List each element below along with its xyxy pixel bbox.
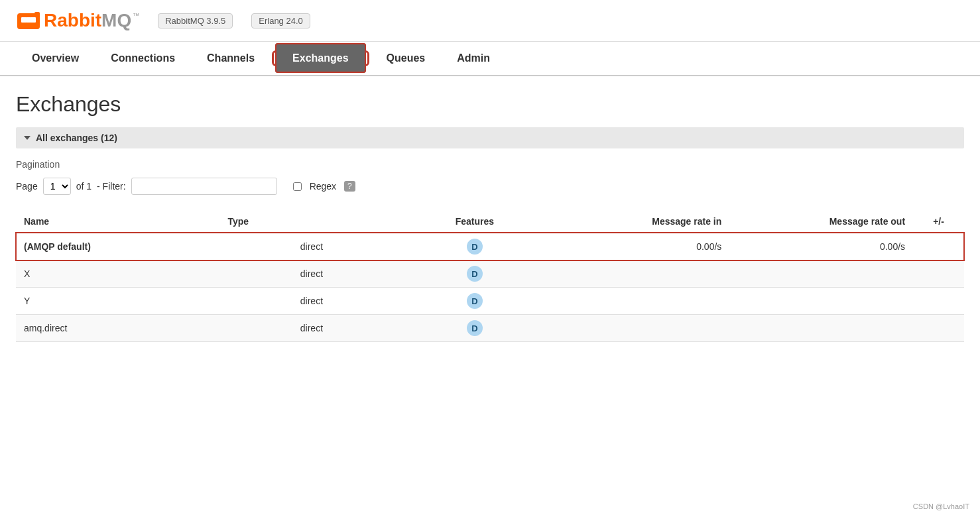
of-label: of 1 xyxy=(76,181,92,192)
table-row[interactable]: XdirectD xyxy=(16,260,964,288)
regex-checkbox[interactable] xyxy=(293,182,302,191)
header: RabbitMQ™ RabbitMQ 3.9.5 Erlang 24.0 xyxy=(0,0,980,42)
cell-rate-in xyxy=(546,288,730,315)
table-row[interactable]: (AMQP default)directD0.00/s0.00/s xyxy=(16,233,964,260)
nav-item-connections[interactable]: Connections xyxy=(95,42,191,75)
svg-rect-2 xyxy=(31,17,36,23)
logo-tm-text: ™ xyxy=(133,12,139,19)
erlang-version-badge: Erlang 24.0 xyxy=(251,13,310,29)
rabbitmq-logo-icon xyxy=(16,8,41,33)
nav-item-channels[interactable]: Channels xyxy=(191,42,271,75)
regex-label: Regex xyxy=(310,181,336,192)
cell-features: D xyxy=(403,315,546,342)
page-select[interactable]: 1 xyxy=(43,178,71,195)
cell-name: (AMQP default) xyxy=(16,233,220,260)
table-row[interactable]: YdirectD xyxy=(16,288,964,315)
logo-mq-text: MQ xyxy=(101,10,131,31)
svg-rect-3 xyxy=(26,17,31,23)
svg-rect-1 xyxy=(21,17,27,23)
filter-label: - Filter: xyxy=(97,181,126,192)
exchanges-table: Name Type Features Message rate in Messa… xyxy=(16,211,964,342)
cell-name: amq.direct xyxy=(16,315,220,342)
cell-type: direct xyxy=(220,260,404,288)
col-header-features: Features xyxy=(403,211,546,233)
nav-item-overview[interactable]: Overview xyxy=(16,42,95,75)
nav-item-exchanges[interactable]: Exchanges xyxy=(275,43,365,73)
col-header-type: Type xyxy=(220,211,404,233)
page-text-label: Page xyxy=(16,181,38,192)
main-nav: Overview Connections Channels Exchanges … xyxy=(0,42,980,76)
svg-rect-4 xyxy=(34,12,40,17)
cell-name: X xyxy=(16,260,220,288)
table-header: Name Type Features Message rate in Messa… xyxy=(16,211,964,233)
table-body: (AMQP default)directD0.00/s0.00/sXdirect… xyxy=(16,233,964,342)
cell-rate-out: 0.00/s xyxy=(729,233,913,260)
filter-input[interactable] xyxy=(131,178,277,195)
col-header-rate-in: Message rate in xyxy=(546,211,730,233)
cell-type: direct xyxy=(220,288,404,315)
nav-item-admin[interactable]: Admin xyxy=(441,42,506,75)
feature-badge: D xyxy=(467,266,483,282)
page-title: Exchanges xyxy=(16,92,964,117)
nav-item-queues[interactable]: Queues xyxy=(371,42,442,75)
cell-rate-out xyxy=(729,260,913,288)
cell-rate-out xyxy=(729,288,913,315)
nav-active-wrapper: Exchanges xyxy=(272,50,369,66)
cell-rate-in xyxy=(546,260,730,288)
cell-features: D xyxy=(403,260,546,288)
chevron-down-icon xyxy=(24,136,31,140)
col-header-name: Name xyxy=(16,211,220,233)
table-row[interactable]: amq.directdirectD xyxy=(16,315,964,342)
page-content: Exchanges All exchanges (12) Pagination … xyxy=(0,76,980,358)
cell-type: direct xyxy=(220,315,404,342)
pagination-label: Pagination xyxy=(16,159,964,170)
logo: RabbitMQ™ xyxy=(16,8,139,33)
rabbitmq-version-badge: RabbitMQ 3.9.5 xyxy=(158,13,233,29)
cell-features: D xyxy=(403,233,546,260)
pagination-controls: Page 1 of 1 - Filter: Regex ? xyxy=(16,178,964,195)
cell-rate-in: 0.00/s xyxy=(546,233,730,260)
logo-rabbit-text: Rabbit xyxy=(44,10,101,31)
all-exchanges-section-header[interactable]: All exchanges (12) xyxy=(16,127,964,148)
cell-name: Y xyxy=(16,288,220,315)
all-exchanges-label: All exchanges (12) xyxy=(36,133,117,143)
feature-badge: D xyxy=(467,239,483,255)
cell-actions xyxy=(913,260,964,288)
col-header-actions: +/- xyxy=(913,211,964,233)
cell-rate-out xyxy=(729,315,913,342)
feature-badge: D xyxy=(467,320,483,336)
cell-actions xyxy=(913,233,964,260)
col-header-rate-out: Message rate out xyxy=(729,211,913,233)
cell-actions xyxy=(913,288,964,315)
cell-features: D xyxy=(403,288,546,315)
cell-rate-in xyxy=(546,315,730,342)
cell-actions xyxy=(913,315,964,342)
regex-help-button[interactable]: ? xyxy=(344,181,355,192)
feature-badge: D xyxy=(467,293,483,309)
cell-type: direct xyxy=(220,233,404,260)
